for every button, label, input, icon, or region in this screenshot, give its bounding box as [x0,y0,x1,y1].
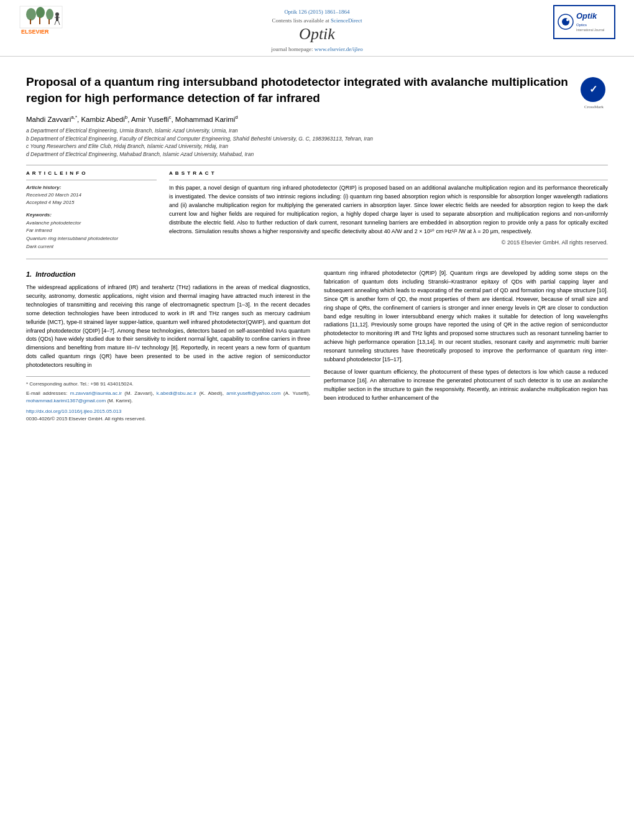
abstract-divider [169,180,608,180]
divider-1 [26,165,608,165]
section1-title: 1. Introduction [26,269,310,280]
article-history: Article history: Received 20 March 2014 … [26,184,157,206]
mercury-word: mercury [265,310,285,316]
body-col-left: 1. Introduction The widespread applicati… [26,269,310,423]
divider-2 [26,259,608,259]
copyright: © 2015 Elsevier GmbH. All rights reserve… [169,239,608,246]
affiliation-c: c Young Researchers and Elite Club, Hida… [26,142,608,150]
svg-point-7 [55,12,59,16]
svg-point-3 [46,9,53,20]
svg-rect-5 [39,17,40,24]
authors-line: Mahdi Zavvaria,*, Kambiz Abedib, Amir Yu… [26,114,608,123]
svg-text:✓: ✓ [589,84,597,95]
svg-text:International Journal: International Journal [576,28,604,32]
svg-text:Optics: Optics [576,23,587,27]
optik-logo-area: Optik Optics International Journal [535,5,615,39]
crossmark-icon: ✓ CrossMark [580,76,606,103]
section1-para1: The widespread applications of infrared … [26,284,310,370]
svg-text:Optik: Optik [576,11,597,21]
svg-text:ELSEVIER: ELSEVIER [21,29,49,35]
svg-rect-4 [30,19,31,24]
affiliation-b: b Department of Electrical Engineering, … [26,135,608,143]
journal-header: ELSEVIER Optik 126 (2015) 1861–1864 Cont… [0,0,634,57]
title-section: Proposal of a quantum ring intersubband … [26,74,608,109]
corresponding-author: * Corresponding author. Tel.: +98 91 434… [26,381,310,388]
doi-link: http://dx.doi.org/10.1016/j.ijleo.2015.0… [26,408,310,415]
footnotes: * Corresponding author. Tel.: +98 91 434… [26,376,310,423]
article-info-heading: A R T I C L E I N F O [26,170,157,176]
svg-text:CrossMark: CrossMark [586,97,601,101]
article-info-col: A R T I C L E I N F O Article history: R… [26,170,157,251]
section1-para3: Because of lower quantum efficiency, the… [324,368,608,403]
affiliations: a Department of Electrical Engineering, … [26,127,608,159]
contents-list-text: Contents lists available at ScienceDirec… [99,17,535,24]
issn-line: 0030-4026/© 2015 Elsevier GmbH. All righ… [26,415,310,423]
keywords-section: Keywords: Avalanche photodetector Far in… [26,211,157,251]
crossmark-label: CrossMark [580,104,608,109]
optik-brand-logo: Optik Optics International Journal [556,9,612,35]
crossmark-area: ✓ CrossMark CrossMark [580,76,608,109]
optik-logo-box: Optik Optics International Journal [553,5,615,39]
svg-point-1 [26,8,36,21]
elsevier-logo: ELSEVIER [19,5,87,36]
affiliation-a: a Department of Electrical Engineering, … [26,127,608,135]
journal-title: Optik [99,25,535,44]
affiliation-d: d Department of Electrical Engineering, … [26,150,608,159]
svg-point-2 [36,7,45,18]
svg-rect-6 [48,19,50,24]
journal-info-center: Optik 126 (2015) 1861–1864 Contents list… [99,5,535,52]
email-addresses: E-mail addresses: m.zavvari@iaumia.ac.ir… [26,390,310,405]
body-col-right: quantum ring infrared photodetector (QRI… [324,269,608,423]
page: ELSEVIER Optik 126 (2015) 1861–1864 Cont… [0,0,634,840]
abstract-heading: A B S T R A C T [169,170,608,176]
info-divider [26,180,157,180]
elsevier-logo-area: ELSEVIER [19,5,99,37]
body-content: 1. Introduction The widespread applicati… [26,269,608,423]
svg-point-16 [566,19,569,21]
article-info-abstract: A R T I C L E I N F O Article history: R… [26,170,608,251]
abstract-col: A B S T R A C T In this paper, a novel d… [169,170,608,251]
optik-ref: Optik 126 (2015) 1861–1864 [99,7,535,15]
svg-rect-8 [56,16,58,21]
main-content: Proposal of a quantum ring intersubband … [0,57,634,429]
article-title: Proposal of a quantum ring intersubband … [26,74,571,106]
journal-homepage-line: journal homepage: www.elsevier.de/ijleo [99,46,535,52]
section1-para2: quantum ring infrared photodetector (QRI… [324,269,608,364]
abstract-text: In this paper, a novel design of quantum… [169,184,608,236]
